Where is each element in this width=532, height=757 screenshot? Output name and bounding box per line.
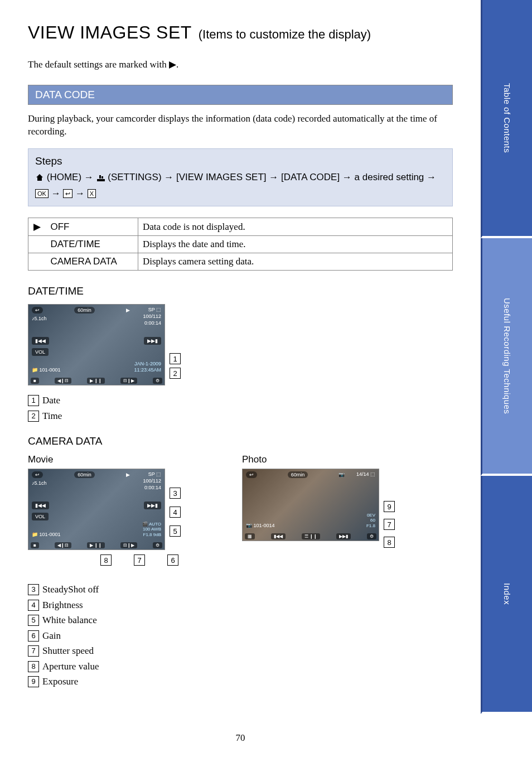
elapsed-indicator: 0:00:14 [143,320,161,327]
grid-icon: ▦ [245,533,255,539]
callout-5: 5 [170,525,181,537]
next-icon: ▶▶▮ [144,337,161,345]
next-icon: ▶▶▮ [144,502,161,509]
audio-indicator: ♪5.1ch [32,316,47,321]
overlay-line: 60 [366,518,375,523]
overlay-line: F1.8 9dB [142,532,161,538]
callout-3: 3 [170,488,181,499]
ff-icon: ⊟❙▶ [120,378,137,384]
option-name: DATE/TIME [46,236,138,253]
datetime-legend: 1Date 2Time [28,393,453,423]
next-icon: ▶▶▮ [336,533,351,539]
photo-mode-icon: 📷 [338,472,345,478]
steps-line: (HOME) → (SETTINGS) → [VIEW IMAGES SET] … [35,170,446,200]
prev-icon: ▮◀◀ [271,533,286,539]
datetime-screenshot: ↩ 60min ▶ SP ⬚ 100/112 0:00:14 ♪5.1ch ▮◀… [28,304,165,385]
slideshow-icon: ☰ ❙❙ [302,533,320,539]
folder-indicator: 📷 101-0014 [246,523,275,528]
photo-label: Photo [242,454,395,465]
ok-key: OK [35,189,49,198]
page-title: VIEW IMAGES SET [28,22,192,43]
ff-icon: ⊟❙▶ [120,542,137,548]
playpause-icon: ▶ ❙❙ [87,542,105,548]
movie-column: Movie ↩ 60min ▶ SP ⬚ 100/112 0:00:14 ♪5.… [28,454,181,577]
tab-toc[interactable]: Table of Contents [481,0,532,238]
option-name: CAMERA DATA [46,253,138,271]
overlay-line: F1.8 [366,523,375,529]
stop-icon: ■ [31,542,39,548]
prev-icon: ▮◀◀ [32,337,49,345]
photo-screenshot: ↩ 60min 📷 14/14 ⬚ 📷 101-0014 0EV 60 F1.8 [242,469,379,541]
callout-2: 2 [170,368,181,379]
callout-9: 9 [384,501,395,512]
battery-indicator: 60min [74,307,95,314]
option-desc: Displays the date and time. [138,236,453,253]
options-table: ▶ OFF Data code is not displayed. DATE/T… [28,218,453,271]
callout-6: 6 [167,555,178,566]
svg-rect-0 [97,179,105,181]
intro-text: The default settings are marked with ▶. [28,59,453,70]
stop-icon: ■ [31,378,39,384]
option-desc: Displays camera setting data. [138,253,453,271]
movie-label: Movie [28,454,181,465]
options-icon: ⚙ [153,378,162,384]
back-icon: ↩ [32,307,43,314]
cameradata-legend: 3SteadyShot off 4Brightness 5White balan… [28,582,453,689]
callout-4: 4 [170,507,181,518]
option-row-datetime: DATE/TIME Displays the date and time. [28,236,453,253]
datetime-figure: ↩ 60min ▶ SP ⬚ 100/112 0:00:14 ♪5.1ch ▮◀… [28,304,453,385]
svg-rect-1 [99,175,101,179]
battery-indicator: 60min [288,471,308,478]
rew-icon: ◀❙⊟ [55,542,71,548]
sp-indicator: SP ⬚ [143,471,161,478]
count-indicator: 100/112 [143,314,161,320]
audio-indicator: ♪5.1ch [32,480,47,486]
count-indicator: 100/112 [143,478,161,485]
option-name: OFF [46,218,138,236]
callout-1: 1 [170,353,181,364]
volume-button: VOL [32,348,49,356]
back-icon: ↩ [32,471,43,478]
datetime-heading: DATE/TIME [28,285,453,297]
folder-indicator: 📁 101-0001 [32,532,61,537]
section-description: During playback, your camcorder displays… [28,113,453,138]
overlay-line: 0EV [366,513,375,518]
page-number: 70 [0,732,481,744]
prev-icon: ▮◀◀ [32,502,49,509]
option-row-cameradata: CAMERA DATA Displays camera setting data… [28,253,453,271]
overlay-line: 🎬 AUTO [142,522,161,527]
movie-screenshot: ↩ 60min ▶ SP ⬚ 100/112 0:00:14 ♪5.1ch ▮◀… [28,469,165,550]
tab-index[interactable]: Index [481,476,532,714]
option-desc: Data code is not displayed. [138,218,453,236]
tab-techniques[interactable]: Useful Recording Techniques [481,238,532,476]
battery-indicator: 60min [74,471,95,478]
callout-8: 8 [100,555,112,566]
count-indicator: 14/14 ⬚ [356,471,375,478]
options-icon: ⚙ [367,533,376,539]
return-key: ↩ [63,189,72,198]
page-title-row: VIEW IMAGES SET (Items to customize the … [28,22,453,43]
steps-box: Steps (HOME) → (SETTINGS) → [VIEW IMAGES… [28,148,453,207]
callout-7: 7 [134,555,145,566]
back-icon: ↩ [246,471,257,478]
side-tabs: Table of Contents Useful Recording Techn… [481,0,532,714]
cameradata-heading: CAMERA DATA [28,435,453,447]
page-subtitle: (Items to customize the display) [199,27,371,42]
page-content: VIEW IMAGES SET (Items to customize the … [0,0,481,689]
sp-indicator: SP ⬚ [143,307,161,314]
play-icon: ▶ [126,472,130,478]
folder-indicator: 📁 101-0001 [32,367,61,373]
close-key: X [88,189,96,198]
callout-8: 8 [384,537,395,548]
steps-label: Steps [35,153,446,170]
rew-icon: ◀❙⊟ [55,378,71,384]
svg-rect-2 [101,176,103,179]
default-marker: ▶ [28,218,46,236]
settings-icon [96,172,105,186]
section-heading-bar: DATA CODE [28,85,453,105]
overlay-line: 100 AWB [142,527,161,532]
options-icon: ⚙ [153,542,162,548]
elapsed-indicator: 0:00:14 [143,485,161,491]
option-row-off: ▶ OFF Data code is not displayed. [28,218,453,236]
volume-button: VOL [32,513,49,520]
